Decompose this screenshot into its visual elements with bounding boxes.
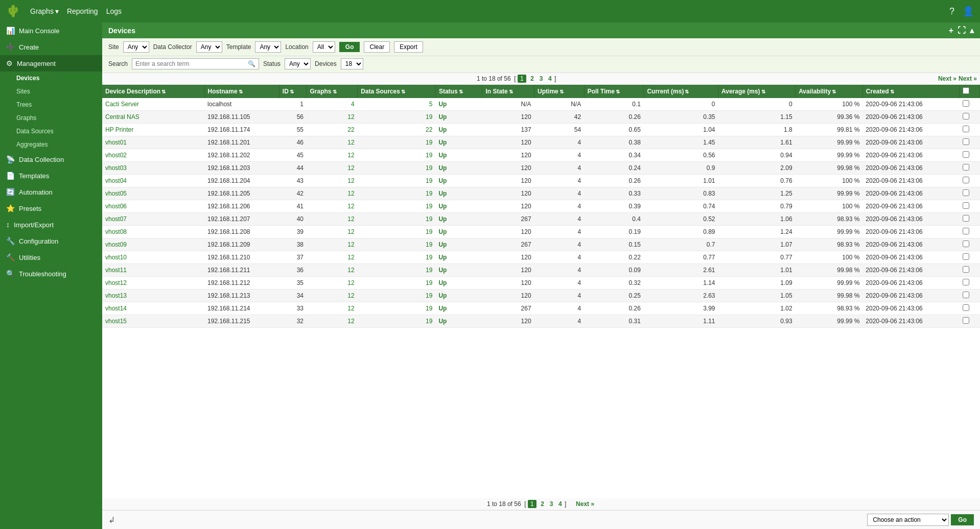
clear-button[interactable]: Clear xyxy=(364,41,390,53)
cell-checkbox[interactable] xyxy=(960,277,980,290)
site-select[interactable]: Any xyxy=(123,41,149,53)
data-sources-link[interactable]: 19 xyxy=(426,164,432,172)
col-average[interactable]: Average (ms)⇅ xyxy=(718,85,796,98)
data-sources-link[interactable]: 19 xyxy=(426,152,432,159)
page-3-top[interactable]: 3 xyxy=(540,75,543,82)
row-checkbox[interactable] xyxy=(963,177,969,183)
data-sources-link[interactable]: 19 xyxy=(426,203,432,210)
graphs-link[interactable]: 12 xyxy=(347,254,354,261)
sidebar-item-management[interactable]: ⚙ Management xyxy=(0,55,102,71)
action-select[interactable]: Choose an action xyxy=(867,514,949,526)
row-checkbox[interactable] xyxy=(963,151,969,158)
next-top[interactable]: Next » xyxy=(938,75,956,82)
data-sources-link[interactable]: 19 xyxy=(426,113,432,121)
sidebar-item-presets[interactable]: ⭐ Presets xyxy=(0,200,102,217)
data-sources-link[interactable]: 19 xyxy=(426,177,432,184)
cell-checkbox[interactable] xyxy=(960,302,980,315)
data-sources-link[interactable]: 19 xyxy=(426,241,432,248)
cell-checkbox[interactable] xyxy=(960,162,980,175)
page-4-top[interactable]: 4 xyxy=(548,75,552,82)
nav-logs[interactable]: Logs xyxy=(106,7,122,15)
graphs-link[interactable]: 12 xyxy=(347,279,354,286)
row-checkbox[interactable] xyxy=(963,253,969,260)
graphs-link[interactable]: 12 xyxy=(347,190,354,197)
page-4-bottom[interactable]: 4 xyxy=(558,500,562,508)
graphs-link[interactable]: 12 xyxy=(347,164,354,172)
cell-checkbox[interactable] xyxy=(960,175,980,187)
device-desc-link[interactable]: vhost06 xyxy=(105,203,127,210)
add-device-icon[interactable]: + xyxy=(949,26,953,35)
devices-per-page-select[interactable]: 18 30 50 xyxy=(341,58,363,69)
template-select[interactable]: Any xyxy=(255,41,281,53)
cell-checkbox[interactable] xyxy=(960,251,980,264)
device-desc-link[interactable]: vhost07 xyxy=(105,215,127,223)
col-created[interactable]: Created⇅ xyxy=(862,85,959,98)
page-1-bottom[interactable]: 1 xyxy=(528,500,536,508)
sidebar-sub-aggregates[interactable]: Aggregates xyxy=(0,138,102,151)
cell-checkbox[interactable] xyxy=(960,124,980,136)
user-icon[interactable]: 👤 xyxy=(963,6,974,17)
device-desc-link[interactable]: vhost02 xyxy=(105,152,127,159)
cell-checkbox[interactable] xyxy=(960,98,980,111)
cell-checkbox[interactable] xyxy=(960,226,980,238)
data-sources-link[interactable]: 19 xyxy=(426,215,432,223)
sidebar-item-automation[interactable]: 🔄 Automation xyxy=(0,184,102,200)
sidebar-item-configuration[interactable]: 🔧 Configuration xyxy=(0,233,102,249)
cell-checkbox[interactable] xyxy=(960,200,980,213)
data-collector-select[interactable]: Any xyxy=(196,41,222,53)
col-id[interactable]: ID⇅ xyxy=(279,85,307,98)
data-sources-link[interactable]: 19 xyxy=(426,254,432,261)
graphs-link[interactable]: 12 xyxy=(347,139,354,146)
cell-checkbox[interactable] xyxy=(960,111,980,124)
collapse-icon[interactable]: ▴ xyxy=(970,26,974,35)
row-checkbox[interactable] xyxy=(963,100,969,107)
device-desc-link[interactable]: vhost04 xyxy=(105,177,127,184)
graphs-link[interactable]: 12 xyxy=(347,152,354,159)
search-input[interactable] xyxy=(132,59,245,69)
fullscreen-icon[interactable]: ⛶ xyxy=(958,26,966,35)
cell-checkbox[interactable] xyxy=(960,315,980,328)
cell-checkbox[interactable] xyxy=(960,290,980,302)
graphs-link[interactable]: 12 xyxy=(347,228,354,235)
col-hostname[interactable]: Hostname⇅ xyxy=(204,85,279,98)
data-sources-link[interactable]: 5 xyxy=(429,101,433,108)
page-2-top[interactable]: 2 xyxy=(530,75,534,82)
device-desc-link[interactable]: vhost13 xyxy=(105,292,127,299)
device-desc-link[interactable]: vhost14 xyxy=(105,305,127,312)
col-graphs[interactable]: Graphs⇅ xyxy=(307,85,358,98)
sidebar-sub-devices[interactable]: Devices xyxy=(0,71,102,85)
data-sources-link[interactable]: 19 xyxy=(426,190,432,197)
graphs-link[interactable]: 12 xyxy=(347,292,354,299)
device-desc-link[interactable]: vhost09 xyxy=(105,241,127,248)
data-sources-link[interactable]: 19 xyxy=(426,279,432,286)
data-sources-link[interactable]: 19 xyxy=(426,139,432,146)
row-checkbox[interactable] xyxy=(963,202,969,209)
search-icon[interactable]: 🔍 xyxy=(245,59,259,69)
status-select[interactable]: Any xyxy=(285,58,311,69)
row-checkbox[interactable] xyxy=(963,292,969,298)
device-desc-link[interactable]: vhost12 xyxy=(105,279,127,286)
sidebar-item-main-console[interactable]: 📊 Main Console xyxy=(0,22,102,39)
device-desc-link[interactable]: vhost15 xyxy=(105,318,127,325)
row-checkbox[interactable] xyxy=(963,304,969,311)
sidebar-sub-graphs[interactable]: Graphs xyxy=(0,111,102,125)
sidebar-sub-data-sources[interactable]: Data Sources xyxy=(0,125,102,138)
graphs-link[interactable]: 12 xyxy=(347,177,354,184)
device-desc-link[interactable]: vhost01 xyxy=(105,139,127,146)
cell-checkbox[interactable] xyxy=(960,264,980,277)
col-poll-time[interactable]: Poll Time⇅ xyxy=(584,85,644,98)
device-desc-link[interactable]: Central NAS xyxy=(105,113,139,121)
row-checkbox[interactable] xyxy=(963,113,969,119)
graphs-link[interactable]: 12 xyxy=(347,318,354,325)
graphs-link[interactable]: 12 xyxy=(347,215,354,223)
cell-checkbox[interactable] xyxy=(960,187,980,200)
go-button[interactable]: Go xyxy=(339,42,360,52)
device-desc-link[interactable]: HP Printer xyxy=(105,126,133,133)
nav-reporting[interactable]: Reporting xyxy=(67,7,98,15)
col-data-sources[interactable]: Data Sources⇅ xyxy=(358,85,436,98)
row-checkbox[interactable] xyxy=(963,241,969,247)
cell-checkbox[interactable] xyxy=(960,213,980,226)
row-checkbox[interactable] xyxy=(963,317,969,324)
device-desc-link[interactable]: vhost11 xyxy=(105,267,127,274)
device-desc-link[interactable]: vhost05 xyxy=(105,190,127,197)
